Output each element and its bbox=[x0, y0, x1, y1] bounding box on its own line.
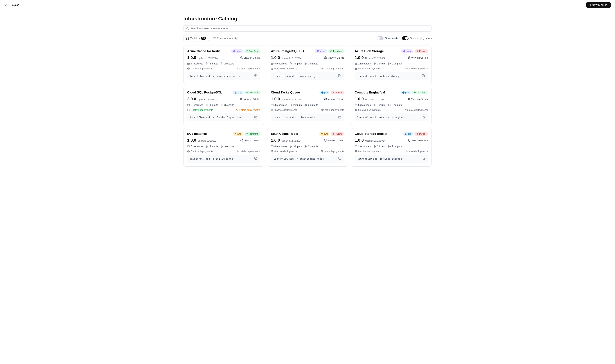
show-costs-toggle[interactable] bbox=[377, 36, 384, 40]
inputs-icon bbox=[206, 145, 209, 148]
version-number: 1.0.0 bbox=[187, 55, 196, 60]
globe-icon bbox=[187, 109, 190, 111]
card-header: Compute Engine VM gcp Terraform bbox=[355, 91, 428, 94]
globe-icon bbox=[355, 150, 357, 153]
outputs-icon bbox=[221, 145, 223, 148]
card-deployments: 0 active deployments No stale deployment… bbox=[271, 67, 344, 70]
tag-azure: azure bbox=[401, 49, 413, 53]
stat-inputs: 4 inputs bbox=[206, 145, 218, 148]
tag-azure: azure bbox=[231, 49, 243, 53]
copy-button[interactable] bbox=[254, 115, 258, 119]
new-module-button[interactable]: + New Module bbox=[586, 2, 611, 8]
resources-icon bbox=[187, 104, 190, 106]
github-link[interactable]: View on GitHub bbox=[240, 98, 260, 101]
card-compute-engine-vm: Compute Engine VM gcp Terraform 1.0.0 Up… bbox=[351, 87, 432, 125]
svg-rect-88 bbox=[255, 158, 257, 160]
github-link[interactable]: View on GitHub bbox=[324, 139, 344, 142]
copy-button[interactable] bbox=[254, 157, 258, 161]
command-text: launchflow add -m blob-storage bbox=[357, 75, 400, 78]
card-stats: 2 resources 3 inputs 2 outputs bbox=[355, 145, 428, 148]
svg-point-56 bbox=[322, 92, 323, 93]
github-link[interactable]: View on GitHub bbox=[408, 98, 428, 101]
card-command: launchflow add -m elasticache-redis bbox=[271, 155, 344, 163]
github-link[interactable]: View on GitHub bbox=[240, 56, 260, 59]
stat-outputs: 2 outputs bbox=[305, 104, 318, 106]
card-version: 1.0.0 Updated 12/12/2024 View on GitHub bbox=[187, 55, 260, 60]
svg-rect-78 bbox=[235, 133, 236, 134]
tag-terraform: Terraform bbox=[328, 49, 344, 53]
active-deployments: 0 active deployments bbox=[187, 67, 213, 70]
svg-rect-84 bbox=[221, 145, 222, 147]
version-left: 1.0.0 Updated 12/12/2024 bbox=[187, 138, 218, 143]
version-left: 1.0.0 Updated 12/12/2024 bbox=[355, 55, 385, 60]
card-deployments: 2 active deployments 1 stale deployments bbox=[187, 109, 260, 111]
copy-button[interactable] bbox=[422, 157, 425, 161]
svg-rect-4 bbox=[186, 39, 187, 39]
stat-outputs: 3 outputs bbox=[305, 62, 318, 65]
svg-rect-81 bbox=[187, 146, 190, 147]
stat-resources: 5 resources bbox=[271, 62, 287, 65]
card-header: EC2 Instance aws Terraform bbox=[187, 132, 260, 136]
copy-icon bbox=[338, 157, 341, 160]
copy-button[interactable] bbox=[422, 115, 425, 119]
svg-marker-79 bbox=[247, 133, 247, 134]
card-stats: 5 resources 4 inputs 3 outputs bbox=[187, 145, 260, 148]
svg-rect-105 bbox=[389, 145, 389, 147]
svg-rect-40 bbox=[423, 75, 424, 77]
svg-marker-21 bbox=[330, 51, 331, 52]
stat-inputs: 3 inputs bbox=[374, 62, 386, 65]
card-azure-cache-redis: Azure Cache for Redis azure Terraform 1.… bbox=[183, 46, 264, 84]
stat-resources: 3 resources bbox=[271, 104, 287, 106]
github-link[interactable]: View on GitHub bbox=[240, 139, 260, 142]
tag-terraform: Terraform bbox=[244, 91, 260, 94]
version-left: 1.0.0 Updated 12/12/2024 bbox=[355, 138, 385, 143]
globe-icon bbox=[271, 150, 274, 153]
card-cloud-sql-postgresql: Cloud SQL PostgreSQL gcp Terraform 2.0.0… bbox=[183, 87, 264, 125]
stale-deployments: No stale deployments bbox=[405, 150, 428, 153]
card-version: 1.0.0 Updated 12/12/2024 View on GitHub bbox=[271, 55, 344, 60]
copy-button[interactable] bbox=[254, 74, 258, 78]
card-command: launchflow add -m cloud-tasks bbox=[271, 114, 344, 121]
svg-rect-102 bbox=[355, 146, 357, 147]
github-link[interactable]: View on GitHub bbox=[408, 56, 428, 59]
stat-outputs: 3 outputs bbox=[388, 104, 402, 106]
github-icon bbox=[240, 98, 243, 100]
github-link[interactable]: View on GitHub bbox=[324, 98, 344, 101]
active-deployments: 0 active deployments bbox=[187, 150, 213, 153]
github-link[interactable]: View on GitHub bbox=[324, 56, 344, 59]
search-bar bbox=[183, 25, 432, 32]
copy-button[interactable] bbox=[422, 74, 425, 78]
svg-marker-20 bbox=[317, 50, 319, 52]
copy-button[interactable] bbox=[338, 74, 341, 78]
copy-button[interactable] bbox=[338, 157, 341, 161]
card-title: Azure Blob Storage bbox=[355, 49, 384, 53]
card-cloud-tasks-queue: Cloud Tasks Queue gcp Pulumi 1.0.0 Updat… bbox=[267, 87, 348, 125]
svg-rect-61 bbox=[305, 104, 305, 106]
tag-pulumi: Pulumi bbox=[331, 91, 344, 94]
version-left: 1.0.0 Updated 12/12/2024 bbox=[355, 97, 385, 101]
stat-outputs: 2 outputs bbox=[305, 145, 318, 148]
show-deployments-toggle[interactable] bbox=[402, 36, 408, 40]
github-icon bbox=[408, 98, 410, 100]
card-tags: gcp Pulumi bbox=[319, 91, 344, 94]
tag-aws: aws bbox=[319, 132, 329, 136]
card-title: Azure PostgreSQL DB bbox=[271, 49, 304, 53]
svg-rect-5 bbox=[188, 39, 189, 39]
copy-button[interactable] bbox=[338, 115, 341, 119]
github-link[interactable]: View on GitHub bbox=[408, 139, 428, 142]
tab-environments[interactable]: Environments 8 bbox=[210, 35, 241, 41]
globe-icon bbox=[355, 109, 357, 111]
command-text: launchflow add -m azure-postgres bbox=[274, 75, 319, 78]
card-tags: gcp Terraform bbox=[233, 91, 260, 94]
active-deployments: 0 active deployments bbox=[355, 67, 381, 70]
inputs-icon bbox=[290, 63, 292, 65]
card-azure-blob-storage: Azure Blob Storage azure Pulumi 1.0.0 Up… bbox=[351, 46, 432, 84]
card-tags: gcp Terraform bbox=[400, 91, 428, 94]
stat-inputs: 3 inputs bbox=[290, 145, 302, 148]
globe-icon bbox=[271, 67, 274, 70]
tab-modules[interactable]: Modules 16 bbox=[183, 35, 209, 41]
tab-environments-badge: 8 bbox=[234, 37, 238, 40]
search-input[interactable] bbox=[191, 27, 429, 30]
active-deployments: 2 active deployments bbox=[187, 109, 213, 111]
version-left: 1.0.0 Updated 12/12/2024 bbox=[271, 97, 301, 101]
